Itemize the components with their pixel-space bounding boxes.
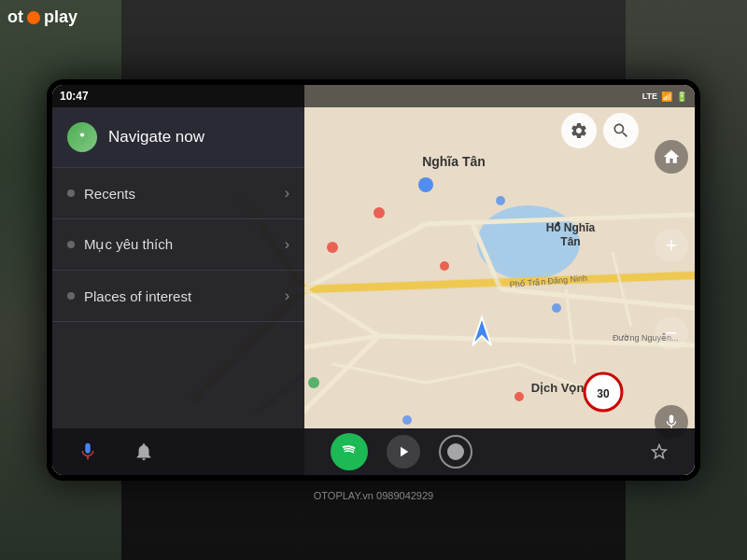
poi-dot-icon <box>67 292 75 300</box>
recents-chevron-icon: › <box>285 185 289 202</box>
svg-point-32 <box>402 415 412 425</box>
svg-point-30 <box>327 242 338 253</box>
svg-text:30: 30 <box>597 387 610 400</box>
favorites-chevron-icon: › <box>285 236 289 253</box>
menu-item-left-poi: Places of interest <box>67 288 191 304</box>
svg-text:Nghĩa Tân: Nghĩa Tân <box>422 154 486 169</box>
star-icon <box>649 441 669 462</box>
navigate-now-label: Navigate now <box>108 128 204 147</box>
status-bar: 10:47 LTE 📶 🔋 <box>52 85 695 107</box>
taskbar-right <box>642 435 676 469</box>
recents-label: Recents <box>84 186 135 202</box>
home-icon <box>662 147 681 166</box>
zoom-out-button[interactable]: − <box>655 316 688 350</box>
play-icon <box>395 443 412 460</box>
signal-icon: 📶 <box>661 91 672 102</box>
brand-dot <box>27 11 40 24</box>
gear-icon <box>570 121 588 140</box>
status-icons: LTE 📶 🔋 <box>642 91 687 102</box>
notification-button[interactable] <box>127 435 161 469</box>
home-button[interactable] <box>655 140 688 174</box>
battery-icon: 🔋 <box>676 91 687 102</box>
svg-text:Dịch Vọng: Dịch Vọng <box>531 381 592 395</box>
spotify-icon <box>339 441 359 462</box>
screen-bezel: Nghĩa Tân Hồ Nghĩa Tân Dịch Vọng Phố Trầ… <box>47 79 700 481</box>
record-icon <box>447 443 464 460</box>
settings-button[interactable] <box>561 113 597 148</box>
dashboard: ot play <box>0 0 747 560</box>
android-auto-button[interactable] <box>439 435 472 469</box>
poi-chevron-icon: › <box>285 287 289 304</box>
taskbar <box>52 428 695 475</box>
svg-point-26 <box>374 207 385 218</box>
clock: 10:47 <box>60 90 89 103</box>
brand-text: ot <box>7 7 23 27</box>
favorites-label: Mục yêu thích <box>84 236 173 253</box>
svg-point-29 <box>440 261 449 271</box>
brand-text2: play <box>44 7 78 27</box>
search-icon <box>612 121 630 140</box>
svg-point-27 <box>496 196 505 205</box>
svg-text:Hồ Nghĩa: Hồ Nghĩa <box>546 221 596 234</box>
search-button[interactable] <box>603 113 639 148</box>
favorites-dot-icon <box>67 241 75 248</box>
navigate-now-button[interactable]: Navigate now <box>52 107 304 168</box>
brand-watermark: ot play <box>7 7 78 27</box>
lte-badge: LTE <box>642 91 657 101</box>
poi-label: Places of interest <box>84 288 191 304</box>
svg-point-44 <box>80 133 84 136</box>
maps-logo-icon <box>73 128 92 147</box>
svg-point-31 <box>308 377 319 388</box>
main-screen: Nghĩa Tân Hồ Nghĩa Tân Dịch Vọng Phố Trầ… <box>52 85 695 475</box>
play-button[interactable] <box>387 435 420 469</box>
menu-item-favorites[interactable]: Mục yêu thích › <box>52 219 304 271</box>
recents-dot-icon <box>67 189 75 197</box>
menu-item-left-recents: Recents <box>67 186 135 202</box>
menu-item-places-of-interest[interactable]: Places of interest › <box>52 271 304 322</box>
microphone-button[interactable] <box>71 435 105 469</box>
bell-icon <box>134 441 154 462</box>
svg-point-28 <box>552 303 561 313</box>
menu-item-recents[interactable]: Recents › <box>52 168 304 219</box>
zoom-in-button[interactable]: + <box>655 229 688 262</box>
google-mic-icon <box>78 441 98 462</box>
right-controls: + − <box>648 85 695 475</box>
maps-icon <box>67 122 97 152</box>
taskbar-center <box>331 433 472 470</box>
menu-item-left-favorites: Mục yêu thích <box>67 236 173 253</box>
star-button[interactable] <box>642 435 676 469</box>
svg-point-25 <box>418 177 433 192</box>
svg-point-33 <box>514 392 524 401</box>
left-panel: Navigate now Recents › Mục yêu thích › <box>52 85 304 475</box>
spotify-button[interactable] <box>331 433 368 470</box>
footer-text: OTOPLAY.vn 0989042929 <box>314 490 433 501</box>
svg-text:Tân: Tân <box>560 235 580 248</box>
taskbar-left <box>71 435 161 469</box>
